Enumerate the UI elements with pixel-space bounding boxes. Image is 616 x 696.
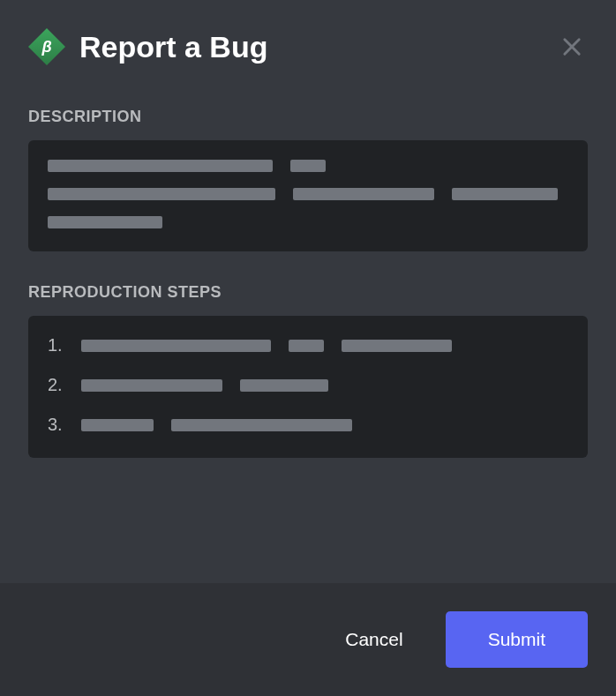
cancel-button[interactable]: Cancel xyxy=(331,618,417,661)
step-number: 2. xyxy=(48,375,67,395)
svg-text:β: β xyxy=(41,38,51,56)
step-row: 2. xyxy=(48,375,568,395)
reproduction-section: REPRODUCTION STEPS 1. 2. xyxy=(28,283,588,458)
step-number: 1. xyxy=(48,335,67,355)
close-button[interactable] xyxy=(556,31,588,63)
description-section: DESCRIPTION xyxy=(28,108,588,251)
beta-logo-icon: β xyxy=(28,28,65,65)
step-number: 3. xyxy=(48,415,67,435)
modal-header: β Report a Bug xyxy=(28,28,588,65)
step-placeholder xyxy=(81,419,352,431)
close-icon xyxy=(560,34,584,59)
step-row: 3. xyxy=(48,415,568,435)
step-placeholder xyxy=(81,379,328,392)
modal-title: Report a Bug xyxy=(79,30,267,64)
bug-report-modal: β Report a Bug DESCRIPTION xyxy=(0,0,616,696)
modal-body: β Report a Bug DESCRIPTION xyxy=(0,0,616,583)
submit-button[interactable]: Submit xyxy=(446,611,588,668)
step-placeholder xyxy=(81,340,452,352)
step-row: 1. xyxy=(48,335,568,355)
description-label: DESCRIPTION xyxy=(28,108,588,126)
reproduction-input[interactable]: 1. 2. 3. xyxy=(28,316,588,458)
modal-footer: Cancel Submit xyxy=(0,583,616,696)
description-placeholder xyxy=(48,160,568,228)
reproduction-label: REPRODUCTION STEPS xyxy=(28,283,588,302)
header-left: β Report a Bug xyxy=(28,28,267,65)
description-input[interactable] xyxy=(28,140,588,251)
